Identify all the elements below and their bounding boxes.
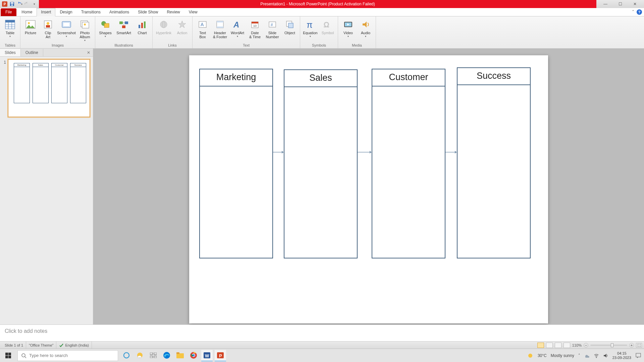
object-label: Object [284,31,295,35]
header-footer-button[interactable]: Header & Footer [212,18,228,39]
equation-button[interactable]: πEquation▾ [302,18,318,38]
minimize-button[interactable]: — [600,0,611,8]
view-reading-button[interactable] [555,343,561,348]
notifications-icon[interactable] [635,353,641,359]
svg-text:W: W [205,353,209,358]
redo-button[interactable] [23,1,30,7]
ribbon-tabs: File Home Insert Design Transitions Anim… [0,8,644,16]
taskbar-explorer[interactable] [174,350,186,361]
photo-album-button[interactable]: Photo Album▾ [77,18,93,42]
ribbon-minimize-icon[interactable]: ⌃ [632,9,635,15]
tab-file[interactable]: File [1,8,16,16]
pane-tab-slides[interactable]: Slides [0,49,21,56]
weather-desc[interactable]: Mostly sunny [551,353,574,358]
undo-button[interactable]: ▾ [16,1,23,7]
hyperlink-label: Hyperlink [156,31,171,35]
tray-clock[interactable]: 04:15 23-09-2023 [612,351,631,360]
picture-button[interactable]: Picture [22,18,39,35]
svg-text:P: P [219,353,222,358]
wordart-button[interactable]: AWordArt▾ [229,18,246,38]
taskbar-cortana[interactable] [121,350,132,361]
taskbar-powerpoint[interactable]: P [215,350,226,361]
pane-close-icon[interactable]: ✕ [84,50,93,55]
volume-icon[interactable] [603,353,608,358]
screenshot-button[interactable]: Screenshot▾ [57,18,75,38]
taskbar-word[interactable]: W [201,350,213,361]
photo-album-icon [79,19,91,30]
fit-to-window-button[interactable]: ⛶ [636,343,642,348]
zoom-out-button[interactable]: − [584,343,588,348]
column-sales[interactable]: Sales [284,69,358,258]
wordart-icon: A [232,19,243,30]
save-button[interactable] [9,1,15,7]
svg-point-75 [528,354,532,358]
svg-rect-61 [150,353,153,355]
maximize-button[interactable]: ☐ [614,0,626,8]
tab-transitions[interactable]: Transitions [77,8,105,16]
view-slideshow-button[interactable] [564,343,570,348]
slide-canvas[interactable]: Marketing Sales Customer Success [189,55,548,323]
audio-button[interactable]: Audio▾ [358,18,374,38]
equation-label: Equation [303,31,317,35]
object-button[interactable]: Object [282,18,298,35]
view-normal-button[interactable] [537,343,544,348]
onedrive-icon[interactable] [584,353,590,358]
tab-animations[interactable]: Animations [105,8,133,16]
taskbar-search[interactable]: Type here to search [17,350,118,361]
pane-tab-outline[interactable]: Outline [21,49,43,56]
group-label: Illustrations [114,43,133,48]
taskbar-weather-widget[interactable] [134,350,146,361]
window-controls: — ☐ ✕ [596,0,644,8]
view-sorter-button[interactable] [546,343,553,348]
help-icon[interactable]: ? [637,9,642,15]
column-customer[interactable]: Customer [372,69,445,258]
chart-button[interactable]: Chart [134,18,150,35]
column-success[interactable]: Success [457,67,531,258]
chart-label: Chart [138,31,147,35]
column-header: Marketing [200,69,272,86]
slide-number-button[interactable]: #Slide Number [264,18,280,39]
wifi-icon[interactable] [594,353,599,358]
date-time-label: Date & Time [249,31,261,39]
group-label: Tables [5,43,15,48]
column-marketing[interactable]: Marketing [199,69,273,258]
weather-temp[interactable]: 30°C [538,353,547,358]
tab-home[interactable]: Home [17,8,37,16]
tab-design[interactable]: Design [55,8,76,16]
textbox-button[interactable]: AText Box [195,18,211,39]
tab-view[interactable]: View [184,8,202,16]
table-button[interactable]: Table▾ [2,18,18,38]
status-theme[interactable]: "Office Theme" [26,342,56,349]
qat-customize[interactable]: ▾ [31,1,38,7]
taskbar-task-view[interactable] [148,350,159,361]
close-button[interactable]: ✕ [629,0,641,8]
slide-thumbnail[interactable]: 1 Marketing Sales Customer Success [2,59,91,117]
notes-pane[interactable]: Click to add notes [0,324,644,341]
zoom-slider[interactable] [590,345,627,346]
shapes-button[interactable]: Shapes▾ [97,18,113,38]
slide-editor[interactable]: Marketing Sales Customer Success [93,49,644,324]
arrow-icon [445,149,455,149]
svg-rect-78 [636,353,641,357]
taskbar-edge[interactable] [161,350,172,361]
tab-slide-show[interactable]: Slide Show [133,8,162,16]
start-button[interactable] [0,349,16,362]
date-time-button[interactable]: 10Date & Time [247,18,263,39]
group-text: AText Box Header & Footer AWordArt▾ 10Da… [193,16,300,48]
taskbar-chrome[interactable] [188,350,199,361]
svg-rect-4 [5,20,15,22]
tab-review[interactable]: Review [162,8,184,16]
tab-insert[interactable]: Insert [37,8,55,16]
status-language[interactable]: English (India) [56,342,92,349]
zoom-level[interactable]: 110% [572,343,582,347]
app-icon[interactable]: P [1,1,8,7]
status-slide-indicator[interactable]: Slide 1 of 1 [2,342,26,349]
clipart-button[interactable]: Clip Art [40,18,56,39]
textbox-icon: A [197,19,208,30]
video-button[interactable]: Video▾ [340,18,356,38]
window-title: Presentation1 - Microsoft PowerPoint (Pr… [39,0,596,8]
svg-marker-54 [370,151,372,154]
tray-chevron-icon[interactable]: ˄ [578,353,580,358]
smartart-button[interactable]: SmartArt [115,18,133,35]
zoom-in-button[interactable]: + [629,343,634,348]
